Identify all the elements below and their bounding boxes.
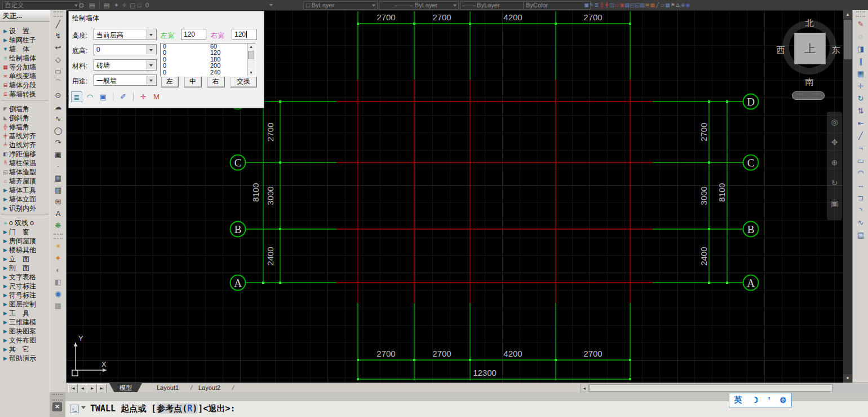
- render-globe-icon[interactable]: ◉: [51, 288, 65, 300]
- text-icon[interactable]: A: [51, 208, 65, 220]
- line-icon[interactable]: ╱: [51, 18, 65, 30]
- spotlight-icon[interactable]: ✦: [51, 252, 65, 264]
- arc-icon[interactable]: ⌒: [51, 77, 65, 89]
- chamfer-icon[interactable]: ⊐: [854, 192, 867, 204]
- wall-width-listbox[interactable]: 060 0120 0180 0200 0240 ▲ ▼: [160, 43, 256, 76]
- table-icon[interactable]: ⊞: [51, 196, 65, 208]
- undo-icon[interactable]: ↩: [51, 42, 65, 54]
- compass-north-label[interactable]: 北: [802, 18, 817, 29]
- tab-model[interactable]: 模型: [109, 383, 142, 393]
- ellipse-icon[interactable]: ◯: [51, 125, 65, 137]
- sidebar-item-symbol-annotation[interactable]: ▶符号标注: [0, 291, 50, 300]
- height-dropdown[interactable]: 当前层高: [94, 29, 157, 40]
- rectangle-icon[interactable]: ▭: [51, 65, 65, 77]
- last-tab-button[interactable]: ▶|: [97, 384, 107, 393]
- sidebar-item-baseline-align[interactable]: ╪基线对齐: [0, 131, 50, 141]
- arc-edit-icon[interactable]: ◝: [854, 204, 867, 217]
- chevron-down-icon[interactable]: [147, 30, 156, 39]
- align-right-button[interactable]: 右: [207, 76, 225, 87]
- rect-wall-icon[interactable]: ▣: [98, 91, 109, 102]
- horizontal-axis-lines-red[interactable]: [336, 102, 653, 283]
- stretch-icon[interactable]: ⇤: [854, 117, 867, 130]
- sidebar-item-divide-wall[interactable]: ▦等分加墙: [0, 63, 50, 72]
- tool-icon[interactable]: ✎: [589, 1, 594, 10]
- join-icon[interactable]: ↔: [854, 179, 867, 192]
- revcloud-icon[interactable]: ☁: [51, 101, 65, 113]
- sidebar-item-identify-inout[interactable]: ▶识别内外: [0, 204, 50, 213]
- gear-icon[interactable]: ⛭: [79, 1, 84, 10]
- sidebar-item-elevation[interactable]: ▶立 面: [0, 254, 50, 264]
- layer-on-icon[interactable]: ✦: [114, 1, 119, 10]
- pan-icon[interactable]: ✥: [827, 132, 842, 152]
- tool-icon[interactable]: ▩: [650, 1, 655, 10]
- sidebar-item-chamfer-wall[interactable]: ◣倒斜角: [0, 113, 50, 122]
- cross-snap-icon[interactable]: ✛: [138, 91, 149, 102]
- sidebar-item-room-roof[interactable]: ▶房间屋顶: [0, 236, 50, 245]
- sidebar-item-line-to-wall[interactable]: ≍单线变墙: [0, 72, 50, 81]
- sidebar-item-fix-wall-corner[interactable]: ╬修墙角: [0, 122, 50, 131]
- tool-icon[interactable]: ◉: [685, 1, 690, 10]
- spline-icon[interactable]: ∿: [51, 113, 65, 125]
- scroll-up-arrow[interactable]: ▲: [248, 43, 254, 50]
- prev-tab-button[interactable]: ◀: [78, 384, 87, 393]
- chevron-down-icon[interactable]: [147, 60, 156, 69]
- scroll-down-arrow[interactable]: ▼: [248, 69, 254, 76]
- tool-icon[interactable]: ◫: [609, 1, 614, 10]
- materials-icon[interactable]: ◐: [51, 264, 65, 276]
- sidebar-item-clear-offset[interactable]: ◧净距偏移: [0, 150, 50, 159]
- sidebar-item-wall-shape[interactable]: ◱墙体造型: [0, 168, 50, 177]
- toolbar-grip[interactable]: [856, 11, 865, 17]
- layer-lock-icon[interactable]: ▢: [130, 1, 135, 10]
- listbox-scrollbar[interactable]: ▲ ▼: [247, 43, 255, 76]
- sidebar-item-edge-align[interactable]: ╧边线对齐: [0, 141, 50, 150]
- tool-icon[interactable]: ⊕: [680, 1, 685, 10]
- bottom-height-dropdown[interactable]: 0: [94, 44, 157, 55]
- trim-icon[interactable]: ╱: [854, 130, 867, 142]
- polyline-icon[interactable]: ↯: [51, 30, 65, 42]
- scrollbar-thumb[interactable]: [589, 384, 832, 392]
- ellipse-arc-icon[interactable]: ↷: [51, 137, 65, 148]
- scroll-left-arrow[interactable]: ◂: [581, 384, 588, 392]
- tool-icon[interactable]: ✉: [645, 1, 650, 10]
- sidebar-item-wall[interactable]: ▼墙 体: [0, 45, 50, 54]
- tool-icon[interactable]: ▥: [640, 1, 645, 10]
- horizontal-scrollbar[interactable]: ◂ ▸: [581, 384, 868, 392]
- array-icon[interactable]: ▦: [854, 68, 867, 80]
- offset-icon[interactable]: ∥: [854, 55, 867, 68]
- sidebar-item-dimension[interactable]: ▶尺寸标注: [0, 282, 50, 291]
- sidebar-item-wall-to-roof[interactable]: ⌂墙齐屋顶: [0, 177, 50, 186]
- punctuation-icon[interactable]: ’: [768, 396, 770, 405]
- mirror-icon[interactable]: ◨: [854, 43, 867, 55]
- pick-properties-icon[interactable]: ✐: [117, 91, 129, 102]
- tool-icon[interactable]: ◱: [635, 1, 640, 10]
- render-settings-icon[interactable]: ▩: [51, 300, 65, 311]
- plotstyle-control-dropdown[interactable]: ByColor: [523, 1, 591, 10]
- toolbar-grip[interactable]: [54, 234, 63, 239]
- vertical-grid-lines[interactable]: [358, 11, 630, 380]
- layer-dropdown-caret[interactable]: [269, 4, 273, 6]
- chevron-down-icon[interactable]: [147, 45, 156, 54]
- command-panel-grip[interactable]: ✕: [50, 392, 66, 417]
- mapping-icon[interactable]: ◧: [51, 276, 65, 288]
- tool-icon[interactable]: ╱: [655, 1, 660, 10]
- compass-east-label[interactable]: 东: [829, 45, 843, 56]
- list-item[interactable]: 0200: [161, 63, 255, 69]
- sidebar-item-wall-elevation[interactable]: ▶墙体立面: [0, 195, 50, 204]
- sidebar-item-settings[interactable]: ▶设 置: [0, 27, 50, 36]
- usage-dropdown[interactable]: 一般墙: [94, 74, 157, 86]
- axis-bubbles[interactable]: [231, 94, 759, 291]
- draw-wall-dialog[interactable]: 绘制墙体 高度: 当前层高 左宽 120 右宽 120 底高: 0 060 01…: [68, 11, 264, 108]
- align-left-button[interactable]: 左: [161, 76, 179, 87]
- layer-off-icon[interactable]: ✧: [122, 1, 127, 10]
- vertical-scrollbar[interactable]: ▲ ▼: [843, 10, 852, 383]
- sidebar-item-layer-control[interactable]: ▶图层控制: [0, 300, 50, 309]
- lineweight-control-dropdown[interactable]: —— ByLayer: [460, 1, 530, 10]
- light-icon[interactable]: ☀: [51, 240, 65, 252]
- tool-icon[interactable]: ▦: [665, 1, 670, 10]
- rotate-icon[interactable]: ↻: [854, 93, 867, 105]
- tool-icon[interactable]: ≣: [594, 1, 599, 10]
- layers-icon[interactable]: ▤: [89, 1, 95, 10]
- toolbar-grip[interactable]: [54, 11, 63, 17]
- layer-color-swatch[interactable]: □: [138, 1, 141, 10]
- viewcube-top-face[interactable]: 上: [794, 33, 826, 64]
